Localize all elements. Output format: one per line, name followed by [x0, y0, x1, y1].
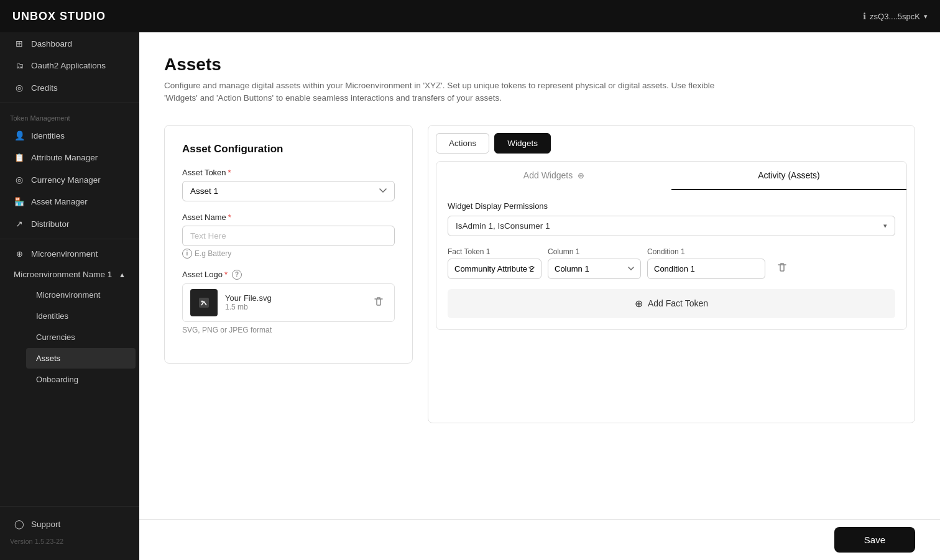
- sidebar-divider-2: [0, 239, 139, 239]
- credits-icon: ◎: [14, 83, 25, 93]
- sidebar-label-oauth2: Oauth2 Applications: [31, 61, 106, 70]
- me-chevron-icon: ▲: [119, 271, 126, 278]
- sidebar-label-attribute-manager: Attribute Manager: [31, 153, 98, 162]
- asset-token-select[interactable]: Asset 1: [182, 181, 395, 201]
- topbar: UNBOX STUDIO ℹ zsQ3....5spcK ▾: [0, 0, 940, 32]
- required-star-logo: *: [224, 270, 228, 279]
- sidebar-label-dashboard: Dashboard: [31, 39, 72, 48]
- microenvironment-icon: ⊕: [14, 249, 25, 259]
- asset-name-input[interactable]: [182, 226, 395, 246]
- identities-icon: 👤: [14, 131, 25, 140]
- sidebar-item-sub-identities[interactable]: Identities: [26, 306, 136, 326]
- sidebar-item-oauth2[interactable]: 🗂 Oauth2 Applications: [4, 55, 136, 76]
- logo-filename: Your File.svg: [225, 293, 363, 303]
- condition-col: Condition 1: [647, 247, 765, 279]
- widget-inner-tabs: Add Widgets ⊕ Activity (Assets): [436, 162, 906, 190]
- microenvironment-section-label: Microenvironment: [31, 249, 98, 259]
- asset-token-label: Asset Token *: [182, 168, 395, 177]
- sidebar-divider-1: [0, 103, 139, 103]
- tab-actions[interactable]: Actions: [436, 133, 489, 154]
- fact-token-col: Fact Token 1 Community Attribute 2: [448, 247, 541, 279]
- required-star-name: *: [228, 213, 231, 222]
- sidebar-item-dashboard[interactable]: ⊞ Dashboard: [4, 33, 136, 54]
- sidebar-item-currency-manager[interactable]: ◎ Currency Manager: [4, 169, 136, 190]
- permissions-select[interactable]: IsAdmin 1, IsConsumer 1 ▾: [448, 216, 895, 236]
- sidebar-item-credits[interactable]: ◎ Credits: [4, 77, 136, 98]
- hint-icon: i: [182, 249, 192, 259]
- sidebar-label-credits: Credits: [31, 83, 58, 93]
- tab-add-widgets[interactable]: Add Widgets ⊕: [436, 162, 671, 190]
- sidebar-label-assets: Assets: [36, 354, 60, 363]
- sidebar-label-asset-manager: Asset Manager: [31, 197, 88, 206]
- sidebar-item-identities[interactable]: 👤 Identities: [4, 125, 136, 146]
- me-name-label: Microenvironment Name 1: [14, 270, 112, 279]
- column-select[interactable]: Column 1: [548, 259, 641, 279]
- sidebar: ⊞ Dashboard 🗂 Oauth2 Applications ◎ Cred…: [0, 32, 139, 560]
- user-menu[interactable]: ℹ zsQ3....5spcK ▾: [863, 11, 928, 21]
- app-logo: UNBOX STUDIO: [12, 10, 106, 23]
- sidebar-label-microenvironment: Microenvironment: [36, 290, 100, 300]
- required-star-token: *: [228, 168, 231, 177]
- save-button[interactable]: Save: [834, 527, 915, 553]
- sidebar-label-onboarding: Onboarding: [36, 375, 78, 384]
- sidebar-label-distributor: Distributor: [31, 219, 70, 229]
- tab-widgets[interactable]: Widgets: [494, 133, 551, 154]
- asset-logo-group: Asset Logo * ? Your: [182, 270, 395, 334]
- sidebar-item-currencies[interactable]: Currencies: [26, 327, 136, 347]
- add-fact-plus-icon: ⊕: [635, 298, 643, 310]
- microenvironment-header[interactable]: ⊕ Microenvironment: [4, 244, 136, 264]
- tab-activity-assets[interactable]: Activity (Assets): [671, 162, 906, 190]
- fact-token-select[interactable]: Community Attribute 2: [448, 259, 541, 279]
- condition-label: Condition 1: [647, 247, 765, 256]
- logo-help-icon: ?: [232, 270, 242, 280]
- page-title: Assets: [164, 55, 915, 75]
- asset-token-group: Asset Token * Asset 1: [182, 168, 395, 201]
- version-label: Version 1.5.23-22: [0, 535, 139, 548]
- sidebar-item-onboarding[interactable]: Onboarding: [26, 369, 136, 390]
- save-bar: Save: [139, 519, 940, 560]
- logo-format-hint: SVG, PNG or JPEG format: [182, 326, 395, 334]
- oauth2-icon: 🗂: [14, 61, 25, 70]
- sidebar-item-attribute-manager[interactable]: 📋 Attribute Manager: [4, 147, 136, 168]
- logo-size: 1.5 mb: [225, 303, 363, 311]
- column-label: Column 1: [548, 247, 641, 256]
- attribute-icon: 📋: [14, 153, 25, 162]
- sidebar-item-distributor[interactable]: ↗ Distributor: [4, 213, 136, 234]
- permissions-value: IsAdmin 1, IsConsumer 1: [456, 221, 550, 231]
- asset-config-panel: Asset Configuration Asset Token * Asset …: [164, 125, 413, 364]
- sidebar-item-microenvironment[interactable]: Microenvironment: [26, 285, 136, 305]
- logo-info: Your File.svg 1.5 mb: [225, 293, 363, 311]
- sidebar-item-assets[interactable]: Assets: [26, 348, 136, 369]
- me-name-row[interactable]: Microenvironment Name 1 ▲: [4, 265, 136, 283]
- asset-name-group: Asset Name * i E.g Battery: [182, 213, 395, 259]
- fact-token-delete-button[interactable]: [772, 259, 793, 278]
- add-fact-token-button[interactable]: ⊕ Add Fact Token: [448, 289, 895, 318]
- add-circle-icon: ⊕: [578, 171, 584, 180]
- fact-token-label: Fact Token 1: [448, 247, 541, 256]
- sidebar-item-support[interactable]: ◯ Support: [4, 513, 136, 535]
- support-icon: ◯: [14, 519, 25, 529]
- right-panel: Actions Widgets Add Widgets ⊕ Activity (…: [428, 125, 915, 423]
- permissions-label: Widget Display Permissions: [448, 201, 895, 211]
- token-management-label: Token Management: [0, 107, 139, 124]
- asset-name-hint: i E.g Battery: [182, 249, 395, 259]
- config-panel-title: Asset Configuration: [182, 143, 395, 155]
- sidebar-label-identities: Identities: [31, 131, 65, 140]
- column-col: Column 1 Column 1: [548, 247, 641, 279]
- sidebar-label-currency-manager: Currency Manager: [31, 175, 101, 185]
- sidebar-sub-items: Microenvironment Identities Currencies A…: [0, 284, 139, 390]
- svg-point-1: [201, 300, 203, 302]
- sidebar-label-support: Support: [31, 520, 60, 529]
- main-tabs: Actions Widgets: [428, 126, 915, 154]
- condition-input[interactable]: [647, 259, 765, 279]
- sidebar-item-asset-manager[interactable]: 🏪 Asset Manager: [4, 191, 136, 212]
- logo-delete-button[interactable]: [371, 293, 387, 312]
- sidebar-bottom: ◯ Support Version 1.5.23-22: [0, 506, 139, 548]
- asset-name-label: Asset Name *: [182, 213, 395, 222]
- info-icon: ℹ: [863, 11, 866, 21]
- main-content: Assets Configure and manage digital asse…: [139, 32, 940, 560]
- currency-icon: ◎: [14, 175, 25, 185]
- widget-panel-body: Widget Display Permissions IsAdmin 1, Is…: [436, 190, 906, 329]
- asset-icon: 🏪: [14, 197, 25, 206]
- page-description: Configure and manage digital assets with…: [164, 80, 724, 105]
